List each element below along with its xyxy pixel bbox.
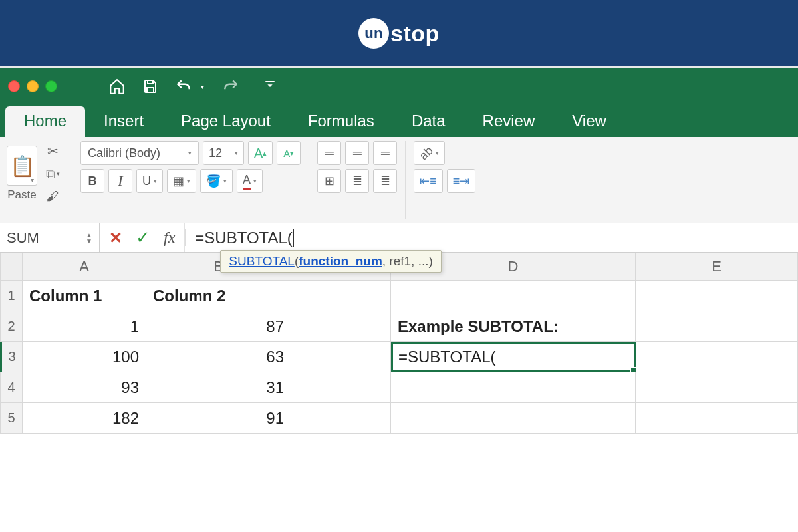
align-bottom-button[interactable]: ═	[373, 141, 397, 165]
font-color-button[interactable]: A▾	[237, 169, 263, 193]
font-name-select[interactable]: Calibri (Body)▾	[80, 141, 199, 165]
text-cursor	[293, 229, 294, 247]
cell-d2[interactable]: Example SUBTOTAL:	[391, 311, 636, 342]
cell-e1[interactable]	[636, 281, 798, 311]
tab-view[interactable]: View	[553, 106, 625, 137]
cell-e2[interactable]	[636, 311, 798, 342]
decrease-indent-button[interactable]: ⇤≡	[414, 169, 443, 193]
cell-d5[interactable]	[391, 403, 636, 434]
cell-a5[interactable]: 182	[23, 403, 146, 434]
close-window-button[interactable]	[8, 80, 20, 92]
minimize-window-button[interactable]	[27, 80, 39, 92]
logo-circle: un	[358, 18, 389, 49]
align-top-button[interactable]: ═	[317, 141, 341, 165]
cell-a4[interactable]: 93	[23, 372, 146, 403]
tab-formulas[interactable]: Formulas	[289, 106, 393, 137]
cut-icon[interactable]: ✂	[41, 141, 64, 161]
undo-dropdown-caret[interactable]: ▾	[201, 83, 204, 90]
name-box-spinner[interactable]: ▲▼	[86, 232, 92, 244]
cell-b2[interactable]: 87	[146, 311, 291, 342]
increase-indent-button[interactable]: ≡⇥	[447, 169, 476, 193]
cell-a2[interactable]: 1	[23, 311, 146, 342]
tab-review[interactable]: Review	[464, 106, 554, 137]
ribbon-group-clipboard: 📋▾ Paste ✂ ⧉▾ 🖌	[7, 141, 72, 219]
select-all-corner[interactable]	[0, 253, 23, 281]
tooltip-function-name[interactable]: SUBTOTAL	[229, 254, 295, 268]
cell-a1[interactable]: Column 1	[23, 281, 146, 311]
copy-icon[interactable]: ⧉▾	[41, 164, 64, 184]
font-size-select[interactable]: 12▾	[203, 141, 244, 165]
tab-page-layout[interactable]: Page Layout	[162, 106, 289, 137]
maximize-window-button[interactable]	[45, 80, 57, 92]
cell-c2[interactable]	[291, 311, 391, 342]
formula-bar: SUM ▲▼ ✕ ✓ fx =SUBTOTAL( SUBTOTAL(functi…	[0, 223, 798, 253]
tab-data[interactable]: Data	[393, 106, 464, 137]
cell-b4[interactable]: 31	[146, 372, 291, 403]
tooltip-arg-function-num[interactable]: function_num	[299, 254, 382, 268]
cell-d3-text: =SUBTOTAL(	[398, 348, 495, 366]
tab-insert[interactable]: Insert	[85, 106, 162, 137]
cell-d1[interactable]	[391, 281, 636, 311]
grid-row-5: 182 91	[23, 403, 798, 434]
merge-cells-button[interactable]: ⊞	[317, 169, 341, 193]
home-icon[interactable]	[104, 73, 130, 100]
cell-d4[interactable]	[391, 372, 636, 403]
align-center-button[interactable]: ≣	[345, 169, 369, 193]
grid-row-2: 1 87 Example SUBTOTAL:	[23, 311, 798, 342]
tooltip-rest: , ref1, ...)	[382, 254, 433, 268]
ribbon-group-alignment: ═ ═ ═ ⊞ ≣ ≣	[317, 141, 406, 219]
grow-font-button[interactable]: A▴	[248, 141, 273, 165]
logo-text: stop	[390, 21, 440, 47]
redo-icon[interactable]	[217, 73, 244, 100]
shrink-font-button[interactable]: A▾	[277, 141, 301, 165]
cell-e4[interactable]	[636, 372, 798, 403]
quick-access-overflow[interactable]	[264, 79, 276, 94]
borders-button[interactable]: ▦▾	[167, 169, 196, 193]
row-header-5[interactable]: 5	[0, 403, 23, 434]
cell-c3[interactable]	[291, 342, 391, 372]
unstop-logo: un stop	[358, 18, 440, 49]
bold-button[interactable]: B	[80, 169, 104, 193]
cell-b3[interactable]: 63	[146, 342, 291, 372]
cell-a3[interactable]: 100	[23, 342, 146, 372]
underline-button[interactable]: U▾	[136, 169, 163, 193]
cell-b5[interactable]: 91	[146, 403, 291, 434]
row-header-4[interactable]: 4	[0, 372, 23, 403]
cell-e3[interactable]	[636, 342, 798, 372]
fill-color-button[interactable]: 🪣▾	[200, 169, 233, 193]
ribbon-group-indent: ab▾ ⇤≡ ≡⇥	[414, 141, 483, 219]
accept-formula-button[interactable]: ✓	[136, 227, 150, 248]
paste-button[interactable]: 📋▾	[7, 146, 37, 186]
ribbon-home: 📋▾ Paste ✂ ⧉▾ 🖌 Calibri (Body)▾ 12▾ A▴ A…	[0, 137, 798, 223]
format-painter-icon[interactable]: 🖌	[41, 186, 64, 206]
col-header-e[interactable]: E	[636, 253, 798, 281]
row-header-2[interactable]: 2	[0, 311, 23, 342]
italic-button[interactable]: I	[108, 169, 132, 193]
name-box[interactable]: SUM ▲▼	[0, 223, 100, 252]
align-middle-button[interactable]: ═	[345, 141, 369, 165]
orientation-button[interactable]: ab▾	[414, 141, 445, 165]
cancel-formula-button[interactable]: ✕	[109, 229, 122, 247]
cell-b1[interactable]: Column 2	[146, 281, 291, 311]
fx-label[interactable]: fx	[164, 229, 175, 247]
row-header-1[interactable]: 1	[0, 281, 23, 311]
grid-row-1: Column 1 Column 2	[23, 281, 798, 311]
formula-controls: ✕ ✓ fx	[100, 223, 185, 252]
save-icon[interactable]	[137, 73, 164, 100]
cell-c1[interactable]	[291, 281, 391, 311]
ribbon-tabs: Home Insert Page Layout Formulas Data Re…	[0, 105, 798, 137]
formula-text: =SUBTOTAL(	[195, 229, 292, 247]
spreadsheet-grid: 1 2 3 4 5 A B C D E Column 1 Column 2 1 …	[0, 253, 798, 434]
align-right-button[interactable]: ≣	[373, 169, 397, 193]
cell-c4[interactable]	[291, 372, 391, 403]
cell-e5[interactable]	[636, 403, 798, 434]
col-header-a[interactable]: A	[23, 253, 146, 281]
formula-input[interactable]: =SUBTOTAL( SUBTOTAL(function_num, ref1, …	[186, 223, 798, 252]
ribbon-group-font: Calibri (Body)▾ 12▾ A▴ A▾ B I U▾ ▦▾ 🪣▾ A…	[80, 141, 309, 219]
tab-home[interactable]: Home	[5, 106, 85, 137]
paste-label: Paste	[7, 188, 37, 201]
row-header-3[interactable]: 3	[0, 342, 23, 372]
cell-c5[interactable]	[291, 403, 391, 434]
undo-icon[interactable]	[170, 73, 197, 100]
cell-d3-active[interactable]: =SUBTOTAL(	[391, 342, 636, 372]
